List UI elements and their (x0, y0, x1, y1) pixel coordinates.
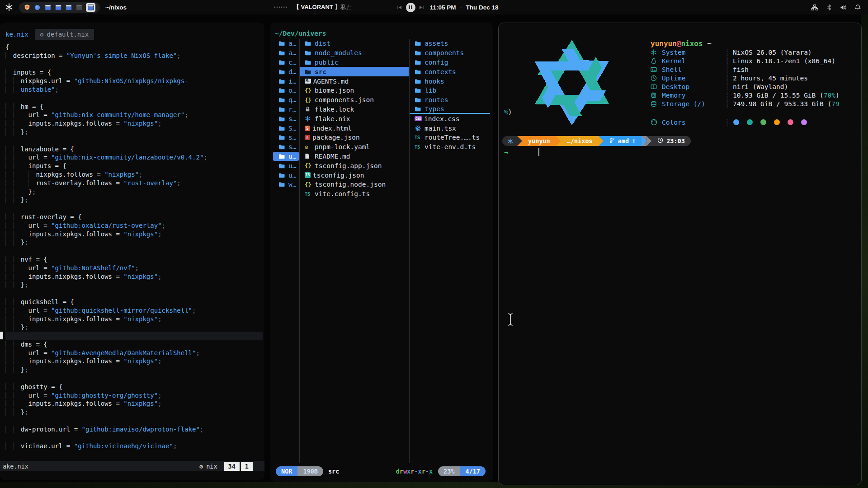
preview-row[interactable]: TSrouteTree.….ts (410, 133, 490, 142)
window-app-icon[interactable] (65, 4, 72, 10)
file-row[interactable]: {}biome.json (300, 86, 409, 95)
code-line[interactable] (5, 332, 263, 340)
file-row[interactable]: dist (300, 39, 409, 48)
preview-row[interactable]: types (410, 105, 490, 114)
tab-default-nix[interactable]: ⚙ default.nix (35, 29, 94, 40)
app-icon-active[interactable] (86, 3, 95, 12)
parent-dir-row[interactable]: c… (273, 58, 299, 67)
code-line[interactable]: }; (5, 188, 263, 196)
code-area[interactable]: { description = "Yunyun's simple NixOS f… (0, 43, 263, 450)
clock-date[interactable]: Thu Dec 18 (466, 4, 498, 11)
nix-menu-icon[interactable] (5, 3, 14, 12)
code-line[interactable] (5, 60, 263, 69)
preview-row[interactable]: hooks (410, 76, 490, 86)
parent-dir-row[interactable]: a… (273, 48, 299, 58)
code-line[interactable]: vicinae.url = "github:vicinaehq/vicinae"… (5, 442, 263, 450)
workspace-dock[interactable] (19, 2, 100, 13)
current-column[interactable]: distnode_modulespublicsrcM↓AGENTS.md{}bi… (300, 39, 409, 462)
file-row[interactable]: src (300, 67, 409, 76)
preview-row[interactable]: contexts (410, 67, 490, 76)
code-line[interactable]: nvf = { (5, 255, 263, 264)
parent-dir-row[interactable]: S… (273, 123, 299, 133)
clock-time[interactable]: 11:05 PM (430, 4, 456, 11)
parent-dir-row[interactable]: a… (273, 39, 299, 48)
code-line[interactable]: rust-overlay.follows = "rust-overlay"; (5, 179, 263, 188)
code-line[interactable]: hm = { (5, 103, 263, 111)
parent-dir-row[interactable]: s… (273, 133, 299, 142)
code-line[interactable] (5, 417, 263, 425)
file-row[interactable]: README.md (300, 152, 409, 161)
file-row[interactable]: TSvite.config.ts (300, 189, 409, 199)
preview-row[interactable]: TSvite-env.d.ts (410, 142, 490, 152)
file-row[interactable]: {}tsconfig.node.json (300, 180, 409, 189)
code-line[interactable]: quickshell = { (5, 298, 263, 306)
code-line[interactable]: ghostty = { (5, 383, 263, 391)
code-line[interactable] (5, 289, 263, 298)
code-line[interactable]: }; (5, 408, 263, 417)
preview-row[interactable]: config (410, 58, 490, 67)
file-row[interactable]: 5index.html (300, 123, 409, 133)
media-title[interactable]: 【 VALORANT 】私た (293, 3, 353, 11)
preview-column[interactable]: assetscomponentsconfigcontextshookslibro… (410, 39, 490, 462)
code-line[interactable]: }; (5, 238, 263, 247)
code-line[interactable]: url = "github:nix-community/home-manager… (5, 111, 263, 119)
file-row[interactable]: ⚙pnpm-lock.yaml (300, 142, 409, 152)
code-line[interactable]: url = "github:oxalica/rust-overlay"; (5, 221, 263, 230)
code-line[interactable] (5, 136, 263, 145)
preview-row[interactable]: assets (410, 39, 490, 48)
file-row[interactable]: flake.nix (300, 114, 409, 123)
file-row[interactable]: public (300, 58, 409, 67)
code-line[interactable]: }; (5, 323, 263, 332)
preview-row[interactable]: components (410, 48, 490, 58)
code-line[interactable]: dms = { (5, 340, 263, 349)
code-line[interactable] (5, 247, 263, 255)
terminal-window[interactable]: %) yunyun@nixos ~ System┊NixOS 26.05 (Ya… (498, 23, 862, 485)
window-app-icon[interactable] (55, 4, 61, 10)
code-line[interactable]: lanzaboote = { (5, 145, 263, 154)
code-line[interactable]: inputs.nixpkgs.follows = "nixpkgs"; (5, 315, 263, 324)
code-line[interactable] (5, 434, 263, 442)
file-row[interactable]: {}tsconfig.app.json (300, 161, 409, 170)
parent-dir-row[interactable]: u… (273, 152, 299, 161)
code-line[interactable]: }; (5, 196, 263, 204)
code-line[interactable]: { (5, 43, 263, 52)
file-row[interactable]: flake.lock (300, 105, 409, 114)
parent-dir-row[interactable]: s… (273, 114, 299, 123)
file-row[interactable]: npackage.json (300, 133, 409, 142)
file-row[interactable]: M↓AGENTS.md (300, 76, 409, 86)
parent-dir-row[interactable]: u… (273, 161, 299, 170)
code-line[interactable]: url = "github:quickshell-mirror/quickshe… (5, 306, 263, 315)
code-line[interactable]: url = "github:ghostty-org/ghostty"; (5, 391, 263, 400)
app-sphere-app-icon[interactable] (34, 4, 41, 10)
code-line[interactable]: }; (5, 281, 263, 289)
browser-shield-app-icon[interactable] (24, 4, 30, 10)
code-line[interactable]: inputs.nixpkgs.follows = "nixpkgs"; (5, 272, 263, 281)
bluetooth-icon[interactable] (825, 4, 833, 11)
network-icon[interactable] (811, 4, 818, 11)
code-line[interactable]: description = "Yunyun's simple NixOS fla… (5, 52, 263, 60)
file-row[interactable]: node_modules (300, 48, 409, 58)
code-line[interactable] (5, 94, 263, 103)
parent-dir-row[interactable]: u… (273, 170, 299, 180)
code-line[interactable]: inputs.nixpkgs.follows = "nixpkgs"; (5, 399, 263, 408)
media-pause-button[interactable] (406, 3, 415, 12)
file-row[interactable]: {}components.json (300, 95, 409, 105)
preview-row[interactable]: main.tsx (410, 123, 490, 133)
file-row[interactable]: TStsconfig.json (300, 170, 409, 180)
code-line[interactable]: inputs = { (5, 162, 263, 170)
volume-icon[interactable] (840, 4, 847, 11)
code-line[interactable] (5, 204, 263, 213)
preview-row[interactable]: routes (410, 95, 490, 105)
parent-dir-row[interactable]: w… (273, 180, 299, 189)
media-previous-icon[interactable] (396, 4, 403, 11)
code-line[interactable]: url = "github:nix-community/lanzaboote/v… (5, 153, 263, 162)
code-line[interactable]: }; (5, 366, 263, 374)
window-app-icon[interactable] (44, 4, 51, 10)
code-line[interactable]: nixpkgs.url = "github:NixOS/nixpkgs/nixp… (5, 77, 263, 85)
preview-row[interactable]: lib (410, 86, 490, 95)
code-line[interactable]: inputs.nixpkgs.follows = "nixpkgs"; (5, 357, 263, 366)
code-line[interactable]: url = "github:NotAShelf/nvf"; (5, 264, 263, 272)
terminal-input-line[interactable]: → (504, 148, 508, 156)
code-line[interactable]: inputs = { (5, 68, 263, 77)
window-dim-app-icon[interactable] (75, 4, 82, 10)
